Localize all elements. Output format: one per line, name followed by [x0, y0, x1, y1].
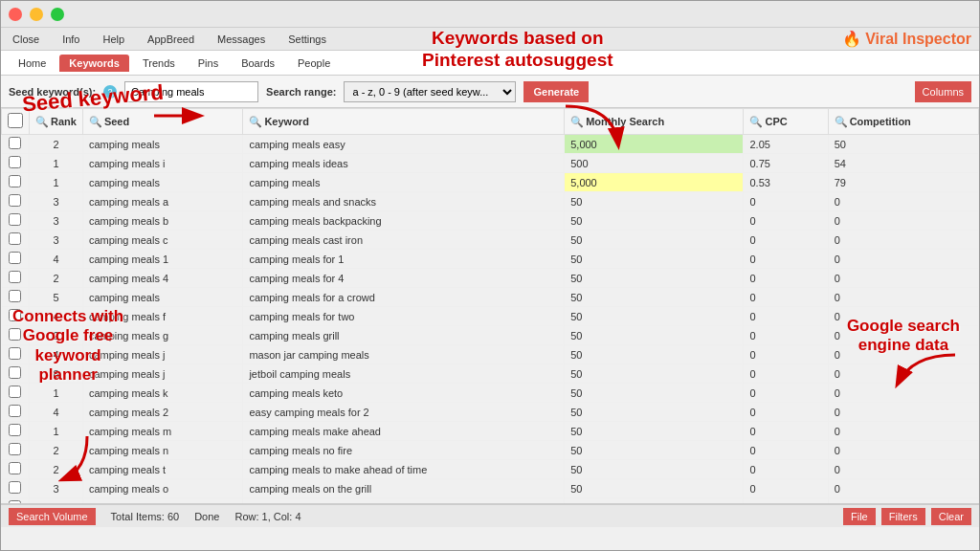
row-keyword: camping meals: [243, 173, 565, 192]
row-cpc: 0: [744, 441, 828, 460]
row-keyword: camping meals keto: [243, 384, 565, 403]
row-seed: camping meals b: [82, 211, 243, 231]
filters-button[interactable]: Filters: [881, 508, 925, 525]
row-competition: 50: [828, 135, 978, 154]
seed-input[interactable]: [124, 81, 258, 102]
row-seed: camping meals j: [82, 364, 243, 384]
row-checkbox[interactable]: [2, 269, 30, 288]
row-checkbox[interactable]: [2, 307, 30, 326]
row-seed: camping meals: [82, 173, 243, 192]
maximize-button[interactable]: [51, 8, 64, 21]
header-competition[interactable]: 🔍Competition: [828, 109, 978, 135]
table-row: 2 camping meals camping meals easy 5,000…: [2, 135, 979, 154]
generate-button[interactable]: Generate: [523, 81, 589, 102]
header-seed[interactable]: 🔍Seed: [82, 109, 243, 135]
row-checkbox[interactable]: [2, 154, 30, 173]
menu-help[interactable]: Help: [99, 32, 128, 47]
row-checkbox[interactable]: [2, 250, 30, 269]
clear-button[interactable]: Clear: [931, 508, 971, 525]
row-monthly: 50: [565, 231, 744, 250]
header-keyword[interactable]: 🔍Keyword: [243, 109, 565, 135]
search-volume-button[interactable]: Search Volume: [9, 508, 96, 525]
row-rank: 1: [30, 173, 83, 192]
range-select[interactable]: a - z, 0 - 9 (after seed keyw...: [344, 81, 516, 102]
row-checkbox[interactable]: [2, 173, 30, 192]
row-checkbox[interactable]: [2, 403, 30, 422]
table-row: 4 camping meals j mason jar camping meal…: [2, 345, 979, 364]
row-checkbox[interactable]: [2, 384, 30, 403]
row-seed: camping meals: [82, 135, 243, 154]
row-checkbox[interactable]: [2, 288, 30, 307]
row-competition: 0: [828, 307, 978, 326]
tab-people[interactable]: People: [288, 55, 340, 72]
table-row: 5 camping meals camping meals for a crow…: [2, 288, 979, 307]
file-button[interactable]: File: [843, 508, 876, 525]
row-checkbox[interactable]: [2, 345, 30, 364]
row-checkbox[interactable]: [2, 326, 30, 345]
table-header-row: 🔍Rank 🔍Seed 🔍Keyword 🔍Monthly Search 🔍CP…: [2, 109, 979, 135]
row-cpc: 0: [744, 211, 828, 231]
row-competition: 0: [828, 192, 978, 211]
header-rank[interactable]: 🔍Rank: [30, 109, 83, 135]
row-competition: 0: [828, 460, 978, 479]
row-monthly: 50: [565, 211, 744, 231]
menu-settings[interactable]: Settings: [284, 32, 330, 47]
row-competition: 0: [828, 403, 978, 422]
row-monthly: 50: [565, 326, 744, 345]
row-keyword: camping meals make ahead: [243, 422, 565, 441]
select-all-checkbox[interactable]: [8, 113, 23, 128]
row-seed: camping meals 4: [82, 269, 243, 288]
row-keyword: camping meals backpacking: [243, 211, 565, 231]
header-cpc[interactable]: 🔍CPC: [744, 109, 828, 135]
row-cpc: 0.53: [744, 173, 828, 192]
row-checkbox[interactable]: [2, 211, 30, 231]
minimize-button[interactable]: [30, 8, 43, 21]
row-competition: 0: [828, 479, 978, 498]
help-badge[interactable]: ?: [103, 85, 117, 99]
row-cpc: 0: [744, 460, 828, 479]
tab-home[interactable]: Home: [9, 55, 56, 72]
menu-appbreed[interactable]: AppBreed: [144, 32, 198, 47]
row-seed: camping meals: [82, 288, 243, 307]
row-seed: camping meals n: [82, 441, 243, 460]
row-rank: 2: [30, 135, 83, 154]
row-cpc: 0: [744, 192, 828, 211]
columns-button[interactable]: Columns: [915, 81, 971, 102]
row-checkbox[interactable]: [2, 231, 30, 250]
row-checkbox[interactable]: [2, 192, 30, 211]
row-checkbox[interactable]: [2, 441, 30, 460]
tab-keywords[interactable]: Keywords: [59, 55, 129, 72]
row-seed: camping meals j: [82, 345, 243, 364]
row-checkbox[interactable]: [2, 364, 30, 384]
row-checkbox[interactable]: [2, 460, 30, 479]
tab-pins[interactable]: Pins: [189, 55, 228, 72]
row-rank: 4: [30, 403, 83, 422]
row-monthly: 50: [565, 345, 744, 364]
range-label: Search range:: [266, 86, 336, 98]
row-keyword: jetboil camping meals: [243, 364, 565, 384]
menu-messages[interactable]: Messages: [213, 32, 269, 47]
row-monthly: 50: [565, 441, 744, 460]
header-monthly-search[interactable]: 🔍Monthly Search: [565, 109, 744, 135]
row-rank: 1: [30, 422, 83, 441]
menu-close[interactable]: Close: [9, 32, 43, 47]
header-checkbox[interactable]: [2, 109, 30, 135]
close-button[interactable]: [9, 8, 22, 21]
row-checkbox[interactable]: [2, 135, 30, 154]
row-seed: camping meals a: [82, 192, 243, 211]
row-checkbox[interactable]: [2, 479, 30, 498]
tab-trends[interactable]: Trends: [133, 55, 185, 72]
table-row: 1 camping meals camping meals 5,000 0.53…: [2, 173, 979, 192]
app-window: Close Info Help AppBreed Messages Settin…: [0, 0, 980, 551]
row-checkbox[interactable]: [2, 422, 30, 441]
nav-bar: Home Keywords Trends Pins Boards People: [1, 51, 979, 76]
row-keyword: easy camping meals for 2: [243, 403, 565, 422]
tab-boards[interactable]: Boards: [232, 55, 284, 72]
row-monthly: 50: [565, 384, 744, 403]
row-cpc: 0: [744, 231, 828, 250]
row-rank: 3: [30, 479, 83, 498]
row-cpc: 0: [744, 364, 828, 384]
row-cpc: 0: [744, 250, 828, 269]
row-keyword: camping meals for 1: [243, 250, 565, 269]
menu-info[interactable]: Info: [58, 32, 83, 47]
